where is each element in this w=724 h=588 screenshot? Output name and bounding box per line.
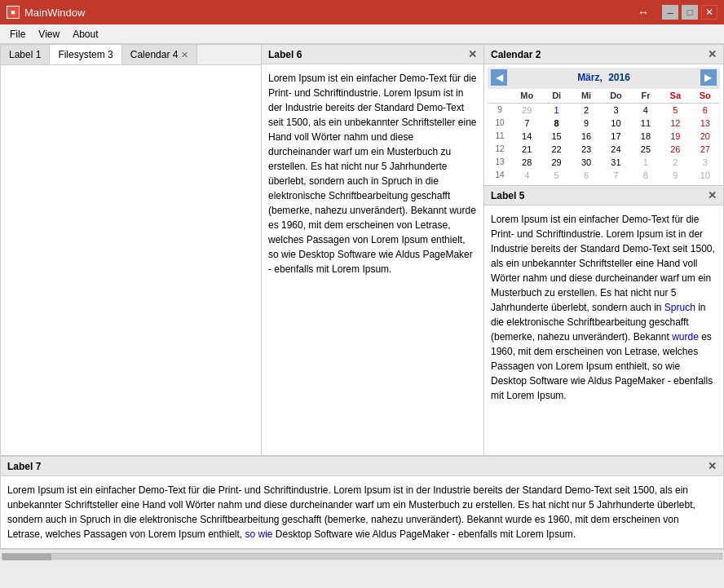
calendar-prev-button[interactable]: ◀	[491, 69, 507, 86]
menu-file[interactable]: File	[3, 27, 32, 42]
cal-mo-header: Mo	[512, 89, 541, 104]
cal-di-header: Di	[541, 89, 571, 104]
calendar-panel-header: Calendar 2 ✕	[484, 45, 723, 64]
window-controls: – □ ✕	[662, 5, 717, 20]
calendar-header-row: Mo Di Mi Do Fr Sa So	[488, 89, 720, 104]
label7-title: Label 7	[7, 461, 41, 472]
right-panels: Calendar 2 ✕ ◀ März, 2016 ▶	[483, 44, 724, 456]
cal-week10: 10 7 8 9 10 11 12 13	[488, 117, 720, 130]
panels-row: Label 1 Filesystem 3 Calendar 4 ✕ Label …	[0, 44, 724, 456]
tab-filesystem3[interactable]: Filesystem 3	[50, 45, 121, 64]
cal-mi-header: Mi	[572, 89, 601, 104]
menu-view[interactable]: View	[32, 27, 66, 42]
middle-panel-close[interactable]: ✕	[468, 49, 477, 60]
calendar-grid: ◀ März, 2016 ▶ Mo Di Mi Do F	[484, 64, 723, 185]
app-icon: ■	[7, 6, 20, 19]
cal-week13: 13 28 29 30 31 1 2 3	[488, 156, 720, 169]
left-panel-tabs: Label 1 Filesystem 3 Calendar 4 ✕	[1, 45, 261, 65]
middle-panel-title: Label 6	[268, 49, 302, 60]
calendar-panel-title: Calendar 2	[491, 49, 541, 60]
menu-about[interactable]: About	[66, 27, 104, 42]
resize-icon[interactable]: ↔	[638, 6, 649, 19]
cal-week12: 12 21 22 23 24 25 26 27	[488, 143, 720, 156]
label7-panel-header: Label 7 ✕	[1, 457, 723, 476]
cal-sa-header: Sa	[660, 89, 690, 104]
calendar-panel: Calendar 2 ✕ ◀ März, 2016 ▶	[483, 44, 724, 186]
cal-week-header	[488, 89, 512, 104]
maximize-button[interactable]: □	[682, 5, 698, 20]
scrollbar-thumb[interactable]	[2, 554, 51, 560]
tab-calendar4-close[interactable]: ✕	[181, 50, 188, 60]
label7-panel-close[interactable]: ✕	[708, 461, 717, 471]
label5-panel-content: Lorem Ipsum ist ein einfacher Demo-Text …	[484, 206, 723, 455]
menu-bar: File View About	[0, 24, 724, 44]
middle-panel-header: Label 6 ✕	[262, 45, 483, 64]
calendar-panel-close[interactable]: ✕	[708, 49, 717, 60]
label7-panel-content: Lorem Ipsum ist ein einfacher Demo-Text …	[1, 476, 723, 548]
main-content: Label 1 Filesystem 3 Calendar 4 ✕ Label …	[0, 44, 724, 562]
label5-panel-close[interactable]: ✕	[708, 190, 717, 201]
left-panel: Label 1 Filesystem 3 Calendar 4 ✕	[0, 44, 261, 456]
label5-panel-header: Label 5 ✕	[484, 186, 723, 206]
horizontal-scrollbar[interactable]	[0, 549, 724, 562]
tab-calendar4[interactable]: Calendar 4 ✕	[122, 45, 198, 64]
title-bar: ■ MainWindow ↔ – □ ✕	[0, 0, 724, 24]
cal-do-header: Do	[601, 89, 630, 104]
cal-so-header: So	[691, 89, 720, 104]
label5-panel: Label 5 ✕ Lorem Ipsum ist ein einfacher …	[483, 186, 724, 456]
cal-fr-header: Fr	[631, 89, 660, 104]
minimize-button[interactable]: –	[662, 5, 678, 20]
label5-title: Label 5	[491, 190, 524, 201]
cal-week14: 14 4 5 6 7 8 9 10	[488, 169, 720, 182]
window-title: MainWindow	[24, 7, 85, 19]
calendar-next-button[interactable]: ▶	[700, 69, 717, 86]
middle-panel: Label 6 ✕ Lorem Ipsum ist ein einfacher …	[261, 44, 483, 456]
label7-panel: Label 7 ✕ Lorem Ipsum ist ein einfacher …	[0, 456, 724, 549]
middle-panel-content: Lorem Ipsum ist ein einfacher Demo-Text …	[262, 64, 483, 455]
left-panel-content	[1, 65, 261, 455]
cal-week11: 11 14 15 16 17 18 19 20	[488, 130, 720, 143]
scrollbar-track	[2, 553, 722, 559]
close-button[interactable]: ✕	[701, 5, 717, 20]
tab-label1[interactable]: Label 1	[1, 45, 50, 64]
cal-week9: 9 29 1 2 3 4 5 6	[488, 104, 720, 117]
calendar-month-year: März, 2016	[577, 72, 630, 83]
